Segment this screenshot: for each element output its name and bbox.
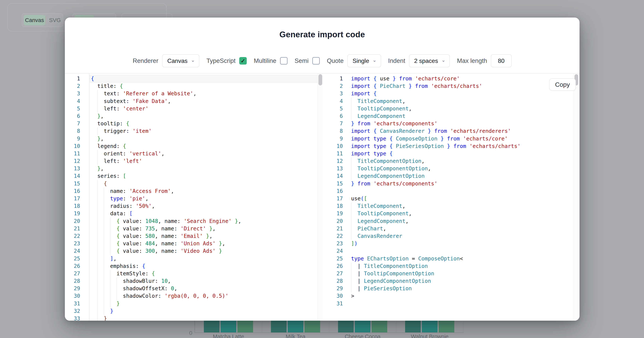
code-line: { value: 484, name: 'Union Ads' }, [90, 240, 323, 247]
bar-segment [304, 321, 320, 332]
bar-segment [355, 321, 370, 332]
code-line: } [90, 307, 323, 315]
bar-segment [422, 321, 438, 332]
left-editor-scrollbar[interactable] [318, 74, 323, 321]
line-number-gutter: 1234567891011121314151617181920212223242… [65, 74, 90, 321]
line-number: 7 [328, 120, 344, 127]
code-line: import { PieChart } from 'echarts/charts… [351, 83, 580, 90]
line-number: 21 [65, 225, 89, 232]
line-number: 4 [328, 98, 344, 105]
line-number: 30 [65, 292, 89, 300]
line-number: 11 [328, 150, 344, 157]
code-line: type EChartsOption = ComposeOption< [351, 255, 580, 262]
typescript-label: TypeScript [206, 57, 236, 64]
line-number: 15 [65, 180, 89, 187]
line-number: 9 [65, 135, 89, 143]
line-number: 7 [65, 120, 89, 127]
line-number: 29 [328, 285, 344, 292]
import-code-editor[interactable]: 1234567891011121314151617181920212223242… [328, 74, 580, 321]
semi-checkbox[interactable] [312, 57, 320, 65]
code-line: import { CanvasRenderer } from 'echarts/… [351, 127, 580, 135]
multiline-checkbox[interactable] [280, 57, 288, 65]
code-line: import type { PieSeriesOption } from 'ec… [351, 143, 580, 150]
code-content: import { use } from 'echarts/core'import… [344, 74, 580, 321]
code-line [351, 187, 580, 195]
code-line: import { [351, 90, 580, 97]
code-line: TitleComponentOption, [351, 157, 580, 165]
code-line: series: [ [90, 172, 323, 180]
line-number: 27 [328, 270, 344, 277]
semi-label: Semi [294, 57, 308, 64]
line-number: 33 [65, 315, 89, 321]
scrollbar-thumb[interactable] [318, 74, 322, 85]
code-line: name: 'Access From', [90, 187, 323, 195]
code-line: emphasis: { [90, 262, 323, 270]
tab-canvas: Canvas [24, 15, 45, 25]
bar-segment [271, 321, 286, 332]
line-number: 31 [65, 300, 89, 307]
quote-select[interactable]: Single ⌄ [347, 54, 381, 67]
line-number: 23 [65, 240, 89, 247]
line-number: 26 [65, 262, 89, 270]
typescript-checkbox[interactable]: ✓ [239, 57, 247, 65]
category-label: Walnut Brownie [396, 333, 463, 338]
line-number: 28 [65, 277, 89, 285]
line-number: 8 [65, 127, 89, 135]
line-number: 28 [328, 277, 344, 285]
option-code-editor[interactable]: 1234567891011121314151617181920212223242… [65, 74, 323, 321]
chevron-down-icon: ⌄ [372, 57, 376, 63]
code-line: shadowColor: 'rgba(0, 0, 0, 0.5)' [90, 292, 323, 300]
code-line: } [90, 315, 323, 321]
code-line: left: 'left' [90, 157, 323, 165]
line-number: 1 [65, 75, 89, 83]
bar-segment [372, 321, 387, 332]
code-line: { [90, 75, 323, 83]
right-editor-scrollbar[interactable] [574, 74, 579, 321]
line-number: 5 [65, 105, 89, 113]
code-line: TitleComponent, [351, 98, 580, 105]
x-axis-line [194, 332, 464, 333]
line-number: 14 [65, 172, 89, 180]
code-line: | LegendComponentOption [351, 277, 580, 285]
line-number: 10 [328, 143, 344, 150]
tab-svg: SVG [47, 15, 63, 25]
line-number: 24 [65, 247, 89, 255]
code-line: }, [90, 135, 323, 143]
copy-button[interactable]: Copy [549, 78, 576, 91]
code-area: 1234567891011121314151617181920212223242… [65, 73, 580, 321]
category-label: Cheese Cocoa [329, 333, 396, 338]
quote-label: Quote [327, 57, 344, 64]
code-line: } from 'echarts/components' [351, 180, 580, 187]
code-line: }, [90, 113, 323, 120]
code-line: | TitleComponentOption [351, 262, 580, 270]
max-length-input[interactable] [491, 54, 512, 67]
code-line: LegendComponentOption [351, 172, 580, 180]
code-line: type: 'pie', [90, 195, 323, 202]
line-number: 2 [65, 83, 89, 90]
code-line: TooltipComponent, [351, 105, 580, 113]
line-number: 15 [328, 180, 344, 187]
category-label: Matcha Latte [195, 333, 262, 338]
line-number: 30 [328, 292, 344, 300]
code-line: radius: '50%', [90, 202, 323, 210]
renderer-tab-group: Canvas SVG [22, 13, 63, 27]
line-number: 22 [328, 232, 344, 240]
code-line [351, 300, 580, 307]
indent-select[interactable]: 2 spaces ⌄ [409, 54, 450, 67]
code-content: { title: { text: 'Referer of a Website',… [90, 74, 323, 321]
line-number: 29 [65, 285, 89, 292]
bar-segment [338, 321, 354, 332]
code-line: ]) [351, 240, 580, 247]
line-number: 1 [328, 75, 344, 83]
code-line: shadowOffsetX: 0, [90, 285, 323, 292]
generate-import-code-modal: Generate import code Renderer Canvas ⌄ T… [65, 18, 580, 321]
renderer-select[interactable]: Canvas ⌄ [162, 54, 200, 67]
line-number: 4 [65, 98, 89, 105]
code-line [351, 247, 580, 255]
line-number: 25 [65, 255, 89, 262]
checkmark-icon: ✓ [240, 58, 245, 64]
quote-value: Single [352, 58, 369, 64]
code-line: }, [90, 165, 323, 172]
line-number: 2 [328, 83, 344, 90]
line-number: 17 [65, 195, 89, 202]
